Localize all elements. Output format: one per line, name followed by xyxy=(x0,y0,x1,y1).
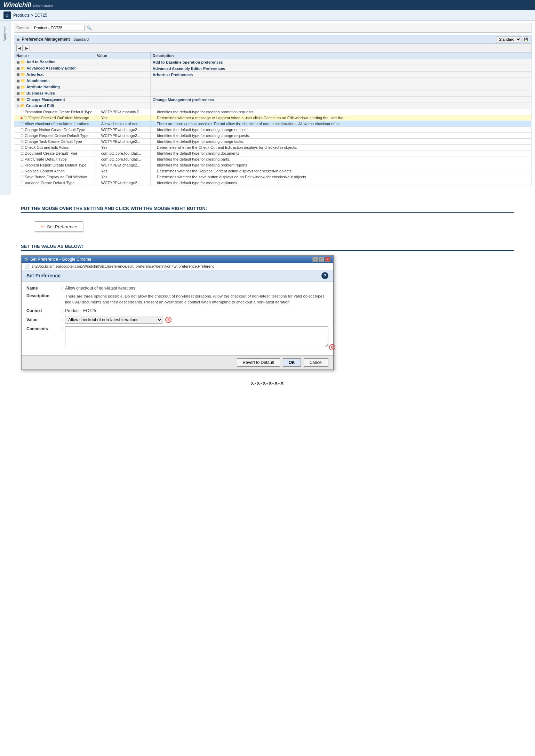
pencil-icon: ✏ xyxy=(41,224,45,229)
table-row: 4 ☐'Object Checked Out' Alert Message Ye… xyxy=(14,115,532,121)
help-icon[interactable]: ? xyxy=(321,272,328,279)
content-area: Context 🔍 ▣ Preference Management Standa… xyxy=(10,21,535,195)
preference-table: Name ↑ Value Description ▣📁Add to Baseli… xyxy=(14,52,532,186)
table-row: ▣📁Change Management Change Management pr… xyxy=(14,97,532,103)
pref-mgmt-actions: Standard Custom 💾 xyxy=(496,36,529,42)
next-icon[interactable]: ▶ xyxy=(24,45,30,51)
table-row: ☐Problem Report Create Default Type WCTY… xyxy=(14,162,532,168)
dialog-title: Set Preference - Google Chrome xyxy=(30,257,91,262)
form-row-description: Description : There are three options po… xyxy=(26,293,328,306)
folder-icon: 📁 xyxy=(21,66,25,70)
dialog-form: Name : Allow checkout of non-latest iter… xyxy=(22,282,333,355)
admin-label: Administrator xyxy=(33,4,53,8)
ok-button[interactable]: OK xyxy=(283,358,301,367)
form-row-context: Context : Product - EC725 xyxy=(26,308,328,313)
context-form-value: Product - EC725 xyxy=(65,308,328,313)
set-preference-dialog: ⚙ Set Preference - Google Chrome − □ ✕ 📄… xyxy=(21,255,334,370)
expand-group-icon[interactable]: ▣ xyxy=(16,91,19,95)
set-preference-button[interactable]: ✏ Set Preference xyxy=(35,221,83,232)
form-row-comments: Comments : 6 xyxy=(26,326,328,348)
folder-icon: 📂 xyxy=(20,104,25,108)
table-row: ▣📁Attribute Handling xyxy=(14,84,532,90)
table-row[interactable]: ☐Allow checkout of non-latest Iterations… xyxy=(14,121,532,127)
expand-group-icon[interactable]: ▣ xyxy=(16,79,19,83)
expand-group-icon[interactable]: ▽ xyxy=(16,104,19,108)
context-form-label: Context xyxy=(26,308,61,313)
check-icon: ☐ xyxy=(21,146,24,149)
dialog-body: Set Preference ? Name : Allow checkout o… xyxy=(22,270,333,369)
value-form-label: Value xyxy=(26,317,61,322)
check-icon: ☐ xyxy=(21,169,24,173)
dialog-favicon: ⚙ xyxy=(24,257,28,262)
type-select[interactable]: Standard Custom xyxy=(496,36,521,42)
context-form-colon: : xyxy=(61,308,62,313)
main-container: Navigator Context 🔍 ▣ Preference Managem… xyxy=(0,21,535,195)
dialog-header-row: Set Preference ? xyxy=(22,270,333,282)
col-description[interactable]: Description xyxy=(150,52,531,59)
close-button[interactable]: ✕ xyxy=(325,257,330,262)
check-icon: ☐ xyxy=(21,175,24,179)
form-row-name: Name : Allow checkout of non-latest iter… xyxy=(26,286,328,291)
nav-bar: ⌂ Products > EC725 xyxy=(0,10,535,21)
table-row: ☐Variance Create Default Type WCTYPEwt.c… xyxy=(14,180,532,186)
expand-group-icon[interactable]: ▣ xyxy=(16,85,19,89)
toolbar: ◀ ▶ xyxy=(14,43,532,52)
pref-management-bar: ▣ Preference Management Standard Standar… xyxy=(14,35,532,43)
expand-group-icon[interactable]: ▣ xyxy=(16,98,19,101)
comments-form-label: Comments xyxy=(26,326,61,331)
context-input[interactable] xyxy=(32,25,85,31)
col-value[interactable]: Value xyxy=(95,52,150,59)
minimize-button[interactable]: − xyxy=(312,257,318,262)
folder-icon: 📁 xyxy=(21,97,25,101)
breadcrumb-products[interactable]: Products xyxy=(13,13,30,18)
context-label: Context xyxy=(16,26,30,30)
expand-group-icon[interactable]: ▣ xyxy=(16,66,19,70)
comments-textarea[interactable] xyxy=(65,326,328,347)
expand-group-icon[interactable]: ▣ xyxy=(16,73,19,76)
instruction1-label: PUT THE MOUSE OVER THE SETTING AND CLICK… xyxy=(21,206,514,213)
revert-to-default-button[interactable]: Revert to Default xyxy=(237,358,280,367)
home-icon[interactable]: ⌂ xyxy=(3,11,11,19)
table-row: ☐Change Notice Create Default Type WCTYP… xyxy=(14,127,532,133)
navigator-label: Navigator xyxy=(3,26,7,41)
name-label: Name xyxy=(26,286,61,291)
restore-button[interactable]: □ xyxy=(319,257,324,262)
table-row: ☐Change Task Create Default Type WCTYPEw… xyxy=(14,139,532,145)
name-value: Allow checkout of non-latest iterations xyxy=(65,286,328,291)
save-icon-btn[interactable]: 💾 xyxy=(523,36,529,42)
folder-icon: 📁 xyxy=(21,91,25,95)
context-bar: Context 🔍 xyxy=(14,23,532,33)
table-row: ☐Part Create Default Type com.ptc.core.f… xyxy=(14,156,532,162)
context-search-icon[interactable]: 🔍 xyxy=(87,25,92,30)
bottom-label: X-X-X-X-X-X xyxy=(21,381,514,386)
set-preference-btn-container: ✏ Set Preference xyxy=(35,221,83,232)
cancel-button[interactable]: Cancel xyxy=(304,358,328,367)
col-name[interactable]: Name ↑ xyxy=(14,52,95,59)
expand-group-icon[interactable]: ▣ xyxy=(16,60,19,64)
description-colon: : xyxy=(61,293,62,306)
expand-icon[interactable]: ▣ xyxy=(16,38,19,41)
value-select[interactable]: Allow checkout of non-latest iterations … xyxy=(65,316,162,324)
table-row: ☐Promotion Request Create Default Type W… xyxy=(14,109,532,115)
pref-mgmt-title: Preference Management xyxy=(22,37,70,42)
check-icon: ☐ xyxy=(21,163,24,167)
table-row: ☐Replace Content Action Yes Determines w… xyxy=(14,168,532,174)
row-number: 4 xyxy=(21,116,23,120)
brand-name: Windchill xyxy=(3,1,31,9)
prev-icon[interactable]: ◀ xyxy=(16,45,23,51)
check-icon: ☐ xyxy=(21,128,24,132)
check-icon: ☐ xyxy=(21,157,24,161)
form-row-value: Value : Allow checkout of non-latest ite… xyxy=(26,316,328,324)
check-icon: ☐ xyxy=(21,134,24,138)
badge-6: 6 xyxy=(329,344,335,350)
pref-mgmt-title-area: ▣ Preference Management Standard xyxy=(16,37,89,42)
table-row: ▣📁Attachments xyxy=(14,78,532,84)
table-row: ▣📁Add to Baseline Add to Baseline operat… xyxy=(14,59,532,65)
dialog-title-left: ⚙ Set Preference - Google Chrome xyxy=(24,257,91,262)
dialog-url-bar: 📄 sit2065.br.am.eurocopter.corp/Windchil… xyxy=(22,263,333,270)
check-icon: ☐ xyxy=(21,152,24,155)
navigator-sidebar: Navigator xyxy=(0,21,10,195)
folder-icon: 📁 xyxy=(21,79,25,83)
check-icon: ☐ xyxy=(24,116,27,120)
app-header: Windchill Administrator xyxy=(0,0,535,10)
